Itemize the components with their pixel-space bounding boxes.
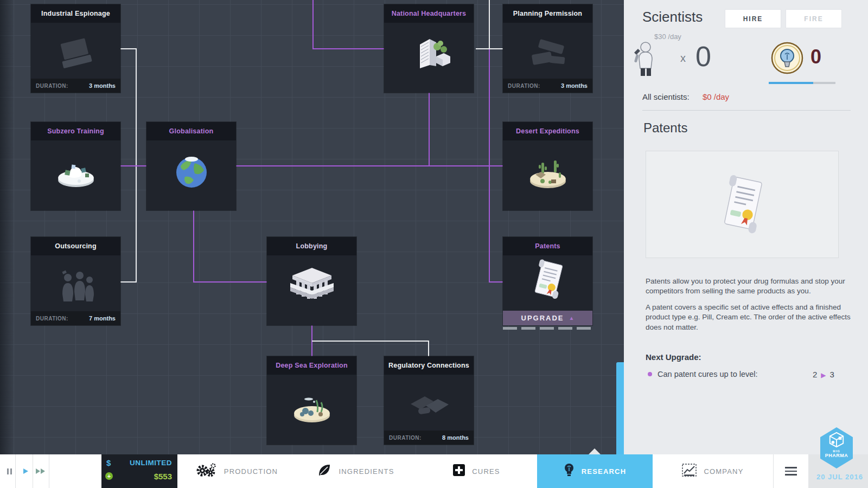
seabed-icon: [287, 384, 337, 432]
pause-icon[interactable]: [4, 454, 14, 488]
tab-company[interactable]: COMPANY: [653, 454, 773, 488]
workers-icon: [52, 266, 100, 311]
node-body: [384, 23, 474, 93]
play-icon[interactable]: [21, 454, 30, 488]
right-arrow-icon: ▶: [821, 371, 826, 379]
research-node-globalisation[interactable]: Globalisation: [146, 122, 236, 210]
duration-label: DURATION:: [508, 83, 540, 89]
tree-connection: [235, 165, 503, 166]
big-pharma-game-window: Industrial EspionageDURATION:3 monthsNat…: [0, 0, 868, 488]
node-title: Lobbying: [267, 237, 356, 255]
all-scientists-label: All scientists:: [642, 92, 690, 101]
bullet-icon: [648, 372, 652, 376]
current-level: 2: [813, 370, 817, 379]
tab-label: INGREDIENTS: [339, 467, 394, 476]
upgrade-button[interactable]: UPGRADE▲: [503, 311, 592, 325]
node-body: DURATION:7 months: [31, 255, 120, 325]
research-node-industrial-espionage[interactable]: Industrial EspionageDURATION:3 months: [31, 4, 120, 93]
node-title: Planning Permission: [503, 4, 592, 23]
patents-description-1: Patents allow you to protect your drug f…: [646, 277, 860, 297]
tree-connection: [193, 210, 194, 282]
duration-label: DURATION:: [36, 316, 68, 322]
patents-heading: Patents: [643, 120, 687, 136]
tab-cures[interactable]: CURES: [416, 454, 537, 488]
research-node-lobbying[interactable]: Lobbying: [267, 237, 356, 325]
budget-label: UNLIMITED: [130, 459, 172, 467]
tree-connection: [489, 49, 490, 282]
research-progress-bar: [769, 82, 835, 84]
tab-research[interactable]: RESEARCH: [537, 454, 653, 488]
toolbar-divider: [15, 454, 16, 488]
multiply-symbol: x: [680, 52, 686, 65]
temple-icon: [286, 264, 338, 313]
research-panel-accent: [616, 362, 624, 454]
duration-value: 8 months: [442, 434, 469, 441]
toolbar-divider: [33, 454, 33, 488]
hamburger-icon[interactable]: [777, 454, 805, 488]
node-title: Regulatory Connections: [384, 356, 474, 375]
research-node-outsourcing[interactable]: OutsourcingDURATION:7 months: [31, 237, 120, 325]
scientist-icon: [631, 41, 656, 80]
cross-icon: [453, 464, 465, 478]
research-sidebar: Scientists HIRE FIRE $30 /day x 0: [624, 0, 868, 454]
upgrade-levels: 2▶3: [813, 370, 834, 379]
globe-icon: [169, 150, 214, 197]
research-node-planning-permission[interactable]: Planning PermissionDURATION:3 months: [503, 4, 592, 93]
tab-label: COMPANY: [704, 467, 743, 476]
tree-connection: [120, 165, 146, 166]
tree-connection: [120, 48, 137, 49]
chart-icon: [682, 464, 697, 479]
research-points-count: 0: [810, 46, 821, 68]
node-upgrade-progress: [503, 327, 592, 330]
construction-icon: [524, 36, 572, 76]
research-node-deep-sea-exploration[interactable]: Deep Sea Exploration: [267, 356, 356, 445]
desert-icon: [523, 150, 573, 197]
upgrade-label: UPGRADE: [521, 314, 564, 322]
patent-scroll-icon: [711, 171, 774, 238]
tab-label: CURES: [472, 467, 500, 476]
research-node-national-headquarters[interactable]: National Headquarters: [384, 4, 474, 93]
all-scientists-row: All scientists: $0 /day: [642, 92, 729, 101]
research-node-regulatory-connections[interactable]: Regulatory ConnectionsDURATION:8 months: [384, 356, 474, 445]
duration-label: DURATION:: [36, 83, 68, 89]
active-tab-notch: [589, 448, 601, 454]
tree-connection: [312, 341, 429, 342]
tree-connection: [489, 0, 490, 49]
patents-description-2: A patent covers a specific set of active…: [646, 303, 860, 333]
node-body: [31, 140, 120, 210]
node-title: National Headquarters: [384, 4, 474, 23]
node-duration-row: DURATION:3 months: [31, 79, 120, 93]
node-title: Subzero Training: [31, 122, 120, 140]
node-body: DURATION:3 months: [503, 23, 592, 93]
node-title: Patents: [503, 237, 592, 255]
scientists-heading: Scientists: [642, 9, 703, 25]
next-upgrade-label: Next Upgrade:: [646, 352, 701, 362]
tab-production[interactable]: PRODUCTION: [177, 454, 296, 488]
node-body: DURATION:8 months: [384, 375, 474, 445]
toolbar-divider: [49, 454, 49, 488]
tree-connection: [428, 341, 429, 356]
research-tree-canvas[interactable]: Industrial EspionageDURATION:3 monthsNat…: [0, 0, 624, 454]
research-node-subzero-training[interactable]: Subzero Training: [31, 122, 120, 210]
fast-forward-icon[interactable]: [34, 454, 47, 488]
node-title: Industrial Espionage: [31, 4, 120, 23]
duration-value: 3 months: [89, 82, 116, 89]
money-panel: $ UNLIMITED + $553: [101, 454, 177, 488]
fire-button[interactable]: FIRE: [786, 9, 842, 28]
duration-label: DURATION:: [389, 435, 422, 441]
toolbar-divider: [773, 454, 774, 488]
balance-value: $553: [154, 472, 172, 481]
tab-ingredients[interactable]: INGREDIENTS: [296, 454, 416, 488]
cube-logo-icon: [828, 431, 845, 451]
node-duration-row: DURATION:3 months: [503, 79, 592, 93]
all-scientists-cost: $0 /day: [703, 92, 729, 101]
leaf-icon: [317, 463, 331, 479]
research-node-desert-expeditions[interactable]: Desert Expeditions: [503, 122, 592, 210]
tree-connection: [193, 281, 267, 282]
gears-icon: [195, 463, 217, 480]
research-node-patents[interactable]: PatentsUPGRADE▲: [503, 237, 592, 325]
node-title: Outsourcing: [31, 237, 120, 255]
hire-button[interactable]: HIRE: [725, 9, 781, 28]
iceberg-icon: [51, 150, 101, 197]
scientist-daily-rate: $30 /day: [654, 33, 681, 41]
